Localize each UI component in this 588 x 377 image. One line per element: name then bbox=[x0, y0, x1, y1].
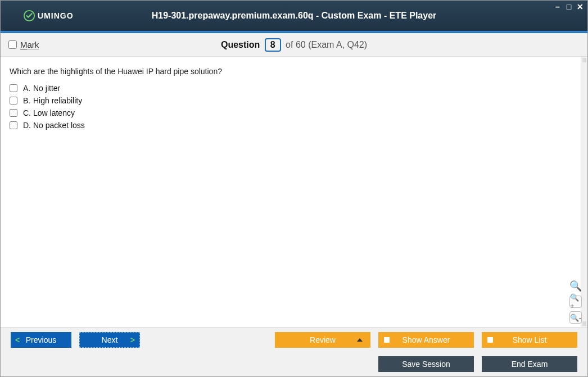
mark-toggle[interactable]: Mark bbox=[8, 40, 39, 49]
button-label: Save Session bbox=[402, 360, 450, 369]
close-icon[interactable]: ✕ bbox=[576, 3, 584, 11]
option-checkbox[interactable] bbox=[10, 97, 17, 105]
button-label: Show List bbox=[513, 335, 547, 344]
option-a[interactable]: A.No jitter bbox=[10, 84, 578, 93]
next-button[interactable]: Next> bbox=[79, 332, 140, 348]
window-controls: – □ ✕ bbox=[554, 3, 584, 11]
show-list-button[interactable]: Show List bbox=[482, 332, 577, 348]
option-text: No jitter bbox=[33, 84, 60, 93]
review-button[interactable]: Review bbox=[275, 332, 370, 348]
option-d[interactable]: D.No packet loss bbox=[10, 121, 578, 130]
zoom-out-icon[interactable]: 🔍- bbox=[569, 311, 582, 324]
check-circle-icon bbox=[23, 10, 35, 22]
question-content: Which are the highlights of the Huawei I… bbox=[1, 57, 587, 327]
option-letter: D. bbox=[23, 121, 33, 130]
save-session-button[interactable]: Save Session bbox=[378, 356, 474, 372]
button-label: Review bbox=[310, 335, 336, 344]
show-answer-button[interactable]: Show Answer bbox=[378, 332, 474, 348]
footer-row-2: Save Session End Exam bbox=[1, 352, 587, 376]
previous-button[interactable]: <Previous bbox=[11, 332, 71, 348]
title-bar: UMINGO H19-301.prepaway.premium.exam.60q… bbox=[1, 1, 587, 31]
zoom-in-icon[interactable]: 🔍+ bbox=[569, 296, 582, 308]
brand-logo: UMINGO bbox=[23, 10, 74, 22]
option-text: Low latency bbox=[33, 108, 75, 117]
option-text: High reliability bbox=[33, 96, 82, 105]
maximize-icon[interactable]: □ bbox=[565, 3, 573, 11]
option-checkbox[interactable] bbox=[10, 121, 17, 129]
button-label: Show Answer bbox=[402, 335, 450, 344]
option-text: No packet loss bbox=[33, 121, 85, 130]
option-c[interactable]: C.Low latency bbox=[10, 108, 578, 117]
app-window: UMINGO H19-301.prepaway.premium.exam.60q… bbox=[0, 0, 588, 377]
button-label: Next bbox=[102, 335, 118, 344]
brand-text: UMINGO bbox=[38, 11, 74, 20]
chevron-right-icon: > bbox=[130, 335, 135, 344]
question-counter: Question 8 of 60 (Exam A, Q42) bbox=[1, 38, 587, 52]
button-label: Previous bbox=[26, 335, 56, 344]
mark-checkbox[interactable] bbox=[8, 40, 17, 49]
question-header: Mark Question 8 of 60 (Exam A, Q42) bbox=[1, 33, 587, 57]
square-icon bbox=[487, 337, 493, 343]
options-list: A.No jitter B.High reliability C.Low lat… bbox=[10, 84, 578, 130]
option-letter: A. bbox=[23, 84, 33, 93]
triangle-up-icon bbox=[357, 338, 363, 342]
minimize-icon[interactable]: – bbox=[554, 3, 562, 11]
question-number: 8 bbox=[265, 38, 281, 52]
footer-row-1: <Previous Next> Review Show Answer Show … bbox=[1, 327, 587, 352]
question-text: Which are the highlights of the Huawei I… bbox=[10, 67, 578, 76]
option-letter: B. bbox=[23, 96, 33, 105]
question-suffix: of 60 (Exam A, Q42) bbox=[286, 40, 367, 49]
option-b[interactable]: B.High reliability bbox=[10, 96, 578, 105]
square-icon bbox=[384, 337, 390, 343]
option-checkbox[interactable] bbox=[10, 109, 17, 117]
question-prefix: Question bbox=[221, 40, 260, 49]
mark-label: Mark bbox=[20, 40, 39, 49]
zoom-tools: 🔍 🔍+ 🔍- bbox=[569, 280, 582, 324]
chevron-left-icon: < bbox=[15, 335, 20, 344]
end-exam-button[interactable]: End Exam bbox=[482, 356, 577, 372]
option-letter: C. bbox=[23, 108, 33, 117]
search-icon[interactable]: 🔍 bbox=[569, 280, 582, 292]
button-label: End Exam bbox=[512, 360, 548, 369]
option-checkbox[interactable] bbox=[10, 84, 17, 92]
window-title: H19-301.prepaway.premium.exam.60q - Cust… bbox=[1, 11, 587, 21]
